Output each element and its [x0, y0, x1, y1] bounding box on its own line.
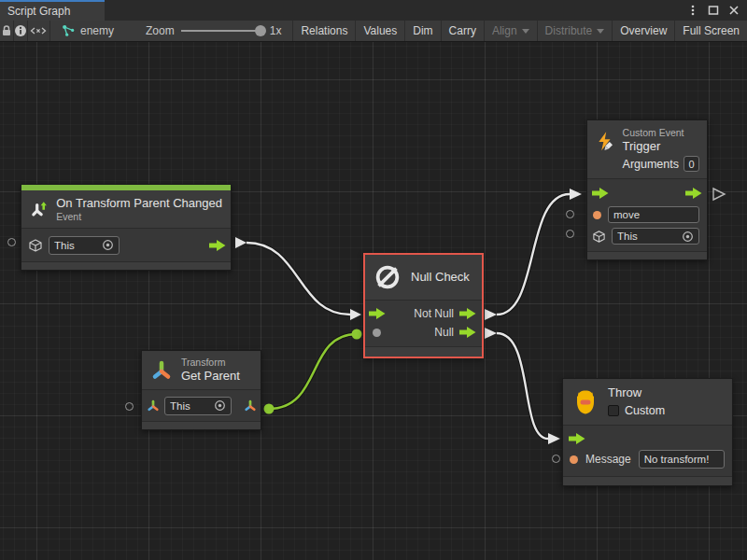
inspect-button[interactable]	[14, 21, 28, 41]
carry-button[interactable]: Carry	[442, 21, 485, 41]
arguments-field[interactable]: 0	[684, 156, 699, 172]
maximize-icon[interactable]	[706, 3, 721, 18]
window-controls	[685, 0, 747, 21]
chevron-down-icon	[522, 29, 529, 34]
close-icon[interactable]	[726, 3, 741, 18]
string-input-port[interactable]	[570, 455, 578, 464]
flow-output-port[interactable]	[685, 188, 702, 199]
zoom-label: Zoom	[146, 24, 175, 37]
custom-event-icon	[595, 127, 615, 157]
null-port-label: Null	[434, 326, 454, 339]
node-title: Get Parent	[181, 369, 240, 384]
wire-notnull-to-trigger[interactable]	[497, 194, 570, 315]
distribute-label: Distribute	[545, 24, 593, 37]
wire-event-to-nullcheck[interactable]	[247, 243, 350, 315]
relations-button[interactable]: Relations	[292, 21, 356, 41]
node-subtitle: Event	[56, 211, 222, 223]
unconnected-port-ring[interactable]	[552, 455, 560, 463]
wire-end-arrow[interactable]	[548, 433, 560, 444]
script-graph-window: Script Graph enemy	[0, 0, 747, 560]
custom-checkbox[interactable]	[608, 405, 619, 416]
unconnected-port-ring[interactable]	[566, 230, 574, 238]
lock-button[interactable]	[0, 21, 14, 41]
wire-value-port-dot[interactable]	[264, 404, 275, 414]
unconnected-port-ring[interactable]	[566, 210, 574, 218]
node-trigger-custom-event[interactable]: Custom Event Trigger Arguments 0	[586, 119, 708, 260]
null-output-port[interactable]	[459, 327, 476, 338]
transform-parent-changed-icon	[30, 195, 48, 223]
wire-value-port-dot[interactable]	[352, 329, 362, 340]
graph-name: enemy	[80, 24, 114, 37]
node-title: Throw	[608, 385, 665, 400]
node-on-transform-parent-changed[interactable]: On Transform Parent Changed Event This	[21, 184, 232, 271]
custom-checkbox-label: Custom	[625, 403, 665, 418]
wire-start-arrow[interactable]	[235, 237, 247, 248]
flow-input-port[interactable]	[369, 308, 386, 319]
graph-reference: enemy Zoom 1x	[50, 21, 292, 41]
wire-start-arrow[interactable]	[485, 309, 497, 320]
flow-input-port[interactable]	[592, 188, 609, 199]
zoom-value: 1x	[270, 24, 282, 37]
target-field[interactable]: This	[612, 228, 699, 245]
unconnected-port-ring[interactable]	[7, 238, 16, 246]
zoom-slider-handle[interactable]	[255, 25, 266, 36]
event-name-field[interactable]: move	[608, 206, 699, 223]
align-dropdown-button: Align	[485, 21, 538, 41]
graph-canvas[interactable]: On Transform Parent Changed Event This	[0, 42, 747, 560]
values-button[interactable]: Values	[356, 21, 405, 41]
node-category: Transform	[181, 357, 240, 369]
node-throw[interactable]: Throw Custom Message No transform!	[562, 378, 733, 486]
zoom-slider[interactable]	[181, 30, 263, 32]
node-footer	[587, 251, 707, 259]
gameobject-cube-icon	[592, 230, 606, 244]
transform-icon	[149, 358, 174, 383]
node-footer	[365, 346, 482, 357]
wire-end-arrow[interactable]	[570, 189, 582, 200]
not-null-port-label: Not Null	[414, 307, 454, 320]
target-field[interactable]: This	[164, 397, 232, 415]
flow-output-port[interactable]	[209, 240, 226, 251]
node-title: On Transform Parent Changed	[56, 196, 222, 211]
string-input-port[interactable]	[593, 211, 601, 219]
wire-getparent-to-nullcheck[interactable]	[269, 334, 357, 409]
node-null-check[interactable]: Null Check Not Null Null	[363, 253, 484, 358]
kebab-menu-icon[interactable]	[685, 3, 700, 18]
null-check-icon	[373, 262, 402, 292]
gameobject-cube-icon	[28, 238, 43, 253]
message-port-label: Message	[585, 453, 631, 466]
titlebar-spacer	[105, 0, 685, 21]
wire-null-to-throw[interactable]	[497, 333, 548, 439]
info-icon	[14, 24, 27, 37]
code-icon	[29, 24, 48, 37]
unconnected-port-ring[interactable]	[125, 402, 134, 411]
chevron-down-icon	[597, 29, 604, 34]
wire-start-arrow[interactable]	[485, 328, 497, 339]
fullscreen-button[interactable]: Full Screen	[675, 21, 747, 41]
target-picker-icon[interactable]	[682, 231, 694, 243]
graph-icon	[62, 24, 76, 37]
not-null-output-port[interactable]	[459, 308, 476, 319]
wire-end-arrow[interactable]	[350, 309, 361, 320]
node-category: Custom Event	[623, 127, 699, 139]
edit-code-button[interactable]	[28, 21, 50, 41]
target-picker-icon[interactable]	[102, 239, 114, 251]
target-field[interactable]: This	[49, 236, 120, 255]
flow-input-port[interactable]	[569, 433, 585, 444]
align-label: Align	[492, 24, 517, 37]
dim-button[interactable]: Dim	[405, 21, 441, 41]
node-footer	[563, 476, 732, 485]
node-title: Trigger	[623, 139, 699, 154]
transform-port-icon	[147, 399, 160, 413]
target-picker-icon[interactable]	[214, 399, 226, 412]
value-input-port[interactable]	[373, 329, 381, 337]
unconnected-port-triangle[interactable]	[713, 189, 725, 200]
tab-title: Script Graph	[7, 5, 70, 18]
node-get-parent[interactable]: Transform Get Parent This	[141, 350, 261, 430]
node-footer	[142, 421, 261, 429]
message-field[interactable]: No transform!	[639, 450, 725, 469]
overview-button[interactable]: Overview	[613, 21, 675, 41]
tab-script-graph[interactable]: Script Graph	[0, 0, 105, 21]
error-shield-icon	[571, 388, 599, 416]
transform-output-port-icon[interactable]	[244, 399, 257, 413]
node-footer	[21, 261, 231, 270]
